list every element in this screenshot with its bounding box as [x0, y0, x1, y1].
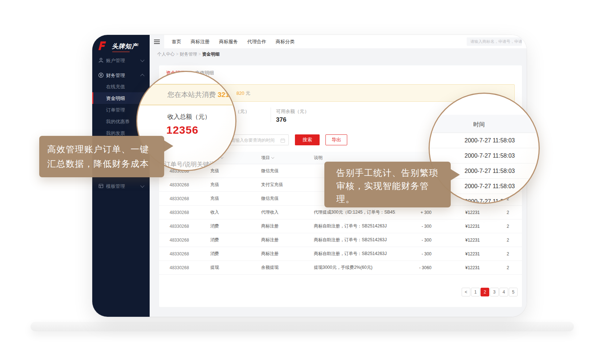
table-row[interactable]: 48330268提现余额提现提现3000元，手续费2%(60元)- 3060¥1…: [159, 261, 522, 275]
tooltip-line: 理。: [336, 193, 451, 206]
pagination: < 1 2 3 4 5: [159, 288, 518, 296]
sidebar-subitem-label: 我的优惠券: [106, 118, 130, 125]
pagination-page-4[interactable]: 4: [499, 288, 508, 296]
tooltip-arrow-icon: [450, 169, 460, 181]
laptop-base: [31, 322, 574, 331]
tooltip-line: 汇总数据，降低财务成本: [47, 157, 164, 171]
table-row[interactable]: 48330268消费商标注册商标自助注册，订单号：SB2514263J- 300…: [159, 233, 522, 247]
nav-tab-register[interactable]: 商标注册: [191, 39, 210, 45]
sidebar-subitem-label: 资金明细: [106, 95, 125, 102]
nav-tab-services[interactable]: 商标服务: [219, 39, 238, 45]
tooltip-right: 告别手工统计、告别繁琐 审核，实现智能财务管 理。: [324, 162, 451, 207]
header-project[interactable]: 项目: [261, 155, 314, 161]
breadcrumb-separator: >: [176, 52, 178, 57]
table-row[interactable]: 48330268消费商标注册商标自助注册，订单号：SB2514263J- 300…: [159, 247, 522, 261]
magnified-banner-text: 您在本站共消费 32124: [167, 90, 236, 100]
hamburger-menu-icon[interactable]: [150, 35, 164, 48]
header-desc: 说明: [314, 155, 396, 161]
breadcrumb-separator: >: [198, 52, 201, 57]
export-button[interactable]: 导出: [325, 134, 347, 145]
income-total-value: 12356: [166, 124, 198, 136]
breadcrumb-item[interactable]: 财务管理: [180, 52, 197, 57]
calendar-icon: [280, 138, 285, 144]
tooltip-line: 告别手工统计、告别繁琐: [336, 166, 451, 179]
search-button[interactable]: 搜索: [295, 134, 320, 145]
logo: 头牌知产: [97, 41, 148, 53]
sidebar-item-account[interactable]: 账户管理: [92, 53, 150, 68]
table-row[interactable]: 48330268消费商标注册商标自助注册，订单号：SB2514263J- 300…: [159, 219, 522, 233]
pagination-page-2-active[interactable]: 2: [481, 288, 489, 296]
balance-stat-label: 可用余额（元）: [276, 108, 309, 115]
table-row[interactable]: 48330268收入代理收入代理提成300元（ID:1245，订单号：SB451…: [159, 206, 522, 219]
chevron-up-icon: [140, 74, 144, 78]
logo-icon: [97, 41, 107, 52]
chevron-down-icon: [140, 58, 144, 62]
template-icon: [98, 183, 104, 189]
expense-stat-label: （元）: [235, 108, 250, 115]
chevron-down-icon: [271, 156, 274, 159]
date-query-placeholder: 请输入你要查询的时间: [231, 137, 275, 143]
tooltip-line: 审核，实现智能财务管: [336, 179, 451, 193]
tooltip-left: 高效管理账户订单、一键 汇总数据，降低财务成本: [39, 136, 164, 177]
tooltip-line: 高效管理账户订单、一键: [47, 142, 164, 157]
balance-stat-value: 376: [276, 116, 286, 124]
magnified-time-row: 2000-7-27 11:58:03: [430, 133, 539, 148]
nav-tab-agency[interactable]: 代理合作: [247, 39, 266, 45]
sidebar-subitem-label: 订单管理: [106, 107, 125, 113]
sidebar-item-template[interactable]: 模板管理: [92, 178, 150, 194]
income-total-label: 收入总额（元）: [167, 113, 211, 121]
top-navbar: 首页 商标注册 商标服务 代理合作 商标分类 请输入商标名，申请号，申请人: [150, 35, 527, 48]
sidebar-subitem-recharge[interactable]: 在线充值: [92, 81, 150, 92]
pagination-prev-button[interactable]: <: [462, 288, 470, 296]
pagination-page-3[interactable]: 3: [490, 288, 499, 296]
finance-icon: [98, 72, 104, 78]
nav-tabs: 首页 商标注册 商标服务 代理合作 商标分类: [172, 35, 295, 48]
pagination-page-1[interactable]: 1: [471, 288, 480, 296]
active-indicator: [92, 92, 93, 104]
banner-unit: 元: [244, 90, 251, 96]
logo-subtext: [112, 51, 130, 52]
tooltip-arrow-icon: [164, 140, 173, 152]
sidebar-item-label: 财务管理: [106, 72, 125, 79]
user-icon: [98, 57, 104, 63]
banner-text: 820 元: [236, 90, 250, 97]
sidebar-item-label: 账户管理: [106, 57, 125, 64]
logo-title: 头牌知产: [112, 42, 138, 50]
breadcrumb-item-current: 资金明细: [202, 52, 219, 57]
search-input[interactable]: 请输入商标名，申请号，申请人: [467, 37, 522, 46]
stat-divider: [271, 108, 271, 122]
magnified-time-header: 时间: [430, 115, 539, 133]
breadcrumb: 个人中心 > 财务管理 > 资金明细: [157, 51, 219, 57]
nav-tab-category[interactable]: 商标分类: [276, 39, 295, 45]
pagination-page-5[interactable]: 5: [509, 288, 518, 296]
sidebar-subitem-label: 在线充值: [106, 84, 125, 90]
date-query-input[interactable]: 请输入你要查询的时间: [226, 134, 289, 145]
magnified-time-row: 2000-7-27 11:58:03: [430, 148, 539, 163]
nav-tab-home[interactable]: 首页: [172, 39, 181, 45]
sidebar-item-label: 模板管理: [106, 183, 125, 190]
breadcrumb-item[interactable]: 个人中心: [157, 52, 175, 57]
banner-amount: 820: [236, 90, 244, 96]
chevron-down-icon: [140, 183, 144, 187]
